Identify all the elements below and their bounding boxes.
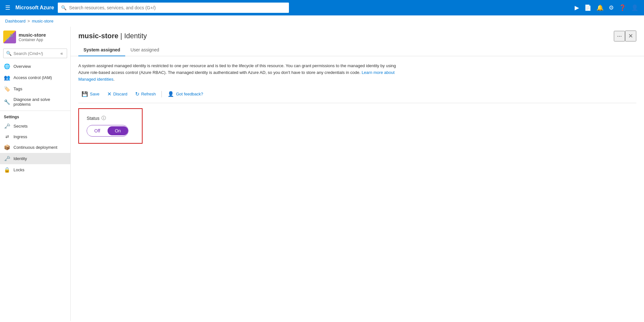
settings-icon[interactable]: ⚙ bbox=[607, 2, 616, 13]
sidebar-item-iam[interactable]: 👥 Access control (IAM) bbox=[0, 72, 70, 83]
tab-system-assigned[interactable]: System assigned bbox=[78, 44, 125, 56]
sidebar-item-identity[interactable]: 🗝️ Identity bbox=[0, 153, 70, 164]
identity-icon: 🗝️ bbox=[4, 156, 10, 162]
sidebar-search-input[interactable] bbox=[13, 51, 57, 56]
page-title-separator: | bbox=[118, 32, 124, 40]
hamburger-menu[interactable]: ☰ bbox=[4, 3, 12, 13]
sidebar-item-identity-label: Identity bbox=[13, 156, 27, 161]
overview-icon: 🌐 bbox=[4, 63, 10, 69]
resource-name: music-store bbox=[19, 32, 46, 38]
sidebar-item-iam-label: Access control (IAM) bbox=[13, 75, 52, 80]
refresh-icon: ↻ bbox=[135, 91, 139, 97]
sidebar-item-ingress-label: Ingress bbox=[13, 134, 27, 139]
description-main: A system assigned managed identity is re… bbox=[78, 63, 396, 75]
sidebar-resource-header: 🗝️ music-store Container App bbox=[0, 27, 70, 46]
page-title: music-store | Identity bbox=[78, 32, 614, 40]
status-text: Status bbox=[87, 116, 100, 121]
global-search-bar[interactable]: 🔍 bbox=[58, 3, 289, 13]
deployment-icon: 📦 bbox=[4, 144, 10, 150]
top-nav-icons: ▶ 📄 🔔 ⚙ ❓ 👤 bbox=[573, 2, 640, 13]
brand-name: Microsoft Azure bbox=[15, 5, 54, 11]
sidebar-item-locks[interactable]: 🔒 Locks bbox=[0, 164, 70, 175]
feedback-button[interactable]: 👤 Got feedback? bbox=[164, 89, 206, 99]
more-options-button[interactable]: ··· bbox=[614, 31, 625, 41]
ingress-icon: ⇄ bbox=[4, 134, 10, 139]
user-icon[interactable]: 👤 bbox=[629, 2, 640, 13]
status-section: Status ⓘ Off On bbox=[78, 108, 143, 144]
save-icon: 💾 bbox=[82, 91, 88, 97]
breadcrumb-current[interactable]: music-store bbox=[32, 19, 53, 23]
sidebar-item-diagnose-label: Diagnose and solve problems bbox=[13, 97, 66, 107]
toolbar-divider bbox=[161, 91, 162, 97]
feedback-icon: 👤 bbox=[168, 91, 174, 97]
status-info-icon[interactable]: ⓘ bbox=[101, 115, 106, 121]
sidebar-item-tags-label: Tags bbox=[13, 86, 22, 91]
sidebar-search-icon: 🔍 bbox=[6, 51, 12, 56]
action-toolbar: 💾 Save ✕ Discard ↻ Refresh 👤 Got feedbac… bbox=[78, 89, 636, 103]
save-label: Save bbox=[90, 92, 100, 96]
cloud-shell-icon[interactable]: ▶ bbox=[573, 2, 581, 13]
feedback-label: Got feedback? bbox=[176, 92, 203, 96]
content-area: music-store | Identity ··· ✕ System assi… bbox=[71, 27, 644, 321]
discard-label: Discard bbox=[113, 92, 127, 96]
sidebar-item-overview-label: Overview bbox=[13, 64, 31, 69]
sidebar-collapse-button[interactable]: « bbox=[59, 50, 64, 57]
sidebar-item-ingress[interactable]: ⇄ Ingress bbox=[0, 132, 70, 142]
page-title-section: Identity bbox=[124, 32, 147, 40]
top-navigation: ☰ Microsoft Azure 🔍 ▶ 📄 🔔 ⚙ ❓ 👤 bbox=[0, 0, 644, 15]
discard-icon: ✕ bbox=[107, 91, 111, 97]
help-icon[interactable]: ❓ bbox=[617, 2, 628, 13]
search-icon: 🔍 bbox=[61, 5, 66, 10]
sidebar-item-continuous-deployment[interactable]: 📦 Continuous deployment bbox=[0, 142, 70, 153]
toggle-on-option[interactable]: On bbox=[108, 126, 128, 135]
refresh-button[interactable]: ↻ Refresh bbox=[132, 89, 159, 99]
sidebar-item-tags[interactable]: 🏷️ Tags bbox=[0, 83, 70, 94]
breadcrumb: Dashboard > music-store bbox=[0, 15, 644, 27]
sidebar: 🗝️ music-store Container App 🔍 « 🌐 Overv… bbox=[0, 27, 71, 321]
secrets-icon: 🗝️ bbox=[4, 123, 10, 129]
status-toggle[interactable]: Off On bbox=[87, 125, 128, 137]
directory-icon[interactable]: 📄 bbox=[582, 2, 593, 13]
tab-user-assigned[interactable]: User assigned bbox=[125, 44, 164, 56]
sidebar-item-secrets-label: Secrets bbox=[13, 124, 28, 129]
toggle-off-option[interactable]: Off bbox=[87, 126, 108, 135]
sidebar-item-diagnose[interactable]: 🔧 Diagnose and solve problems bbox=[0, 94, 70, 109]
notifications-icon[interactable]: 🔔 bbox=[595, 2, 605, 13]
resource-icon: 🗝️ bbox=[3, 31, 16, 43]
global-search-input[interactable] bbox=[69, 5, 286, 10]
close-button[interactable]: ✕ bbox=[625, 31, 636, 41]
sidebar-item-locks-label: Locks bbox=[13, 167, 24, 172]
breadcrumb-separator: > bbox=[28, 19, 30, 23]
description-text: A system assigned managed identity is re… bbox=[78, 63, 399, 83]
iam-icon: 👥 bbox=[4, 75, 10, 81]
breadcrumb-dashboard[interactable]: Dashboard bbox=[5, 19, 26, 23]
refresh-label: Refresh bbox=[141, 92, 156, 96]
identity-tabs: System assigned User assigned bbox=[71, 44, 644, 56]
resource-subtitle: Container App bbox=[19, 38, 46, 42]
discard-button[interactable]: ✕ Discard bbox=[104, 89, 131, 99]
content-body: A system assigned managed identity is re… bbox=[71, 56, 644, 321]
status-label-row: Status ⓘ bbox=[87, 115, 134, 121]
locks-icon: 🔒 bbox=[4, 167, 10, 173]
main-layout: 🗝️ music-store Container App 🔍 « 🌐 Overv… bbox=[0, 27, 644, 321]
save-button[interactable]: 💾 Save bbox=[78, 89, 103, 99]
sidebar-item-cd-label: Continuous deployment bbox=[13, 145, 57, 150]
content-header: music-store | Identity ··· ✕ bbox=[71, 27, 644, 44]
sidebar-search-container: 🔍 « bbox=[3, 49, 67, 58]
diagnose-icon: 🔧 bbox=[4, 99, 10, 105]
sidebar-item-secrets[interactable]: 🗝️ Secrets bbox=[0, 121, 70, 132]
sidebar-item-overview[interactable]: 🌐 Overview bbox=[0, 61, 70, 72]
settings-section-label: Settings bbox=[0, 111, 70, 121]
page-title-resource: music-store bbox=[78, 32, 118, 40]
tags-icon: 🏷️ bbox=[4, 86, 10, 92]
